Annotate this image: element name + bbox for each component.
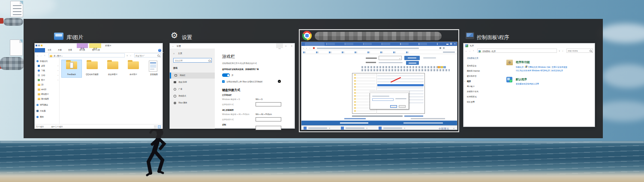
toolbar-color-chip[interactable] — [441, 66, 443, 68]
browser-tabs-row[interactable] — [326, 43, 438, 45]
sidebar-home[interactable]: 主页 — [178, 52, 182, 55]
sidebar-item-game-bar[interactable]: 游戏栏 — [170, 73, 215, 79]
back-icon[interactable]: ← — [465, 49, 467, 52]
nav-this-pc[interactable]: 此电脑 — [35, 109, 60, 114]
shortcut-input[interactable] — [256, 102, 281, 106]
sidebar-item-ease-of-access[interactable]: 轻松使用 — [467, 101, 475, 103]
sidebar-item-xbox-networking[interactable]: Xbox 网络 — [170, 100, 215, 106]
windows-features-link[interactable]: 启用或关闭 Windows 功能 — [528, 66, 550, 68]
default-media-settings-link[interactable]: 更改媒体或设备的默认设置 — [516, 83, 539, 85]
back-icon[interactable]: ‹ — [303, 47, 304, 49]
folder-label[interactable]: 本机照片 — [123, 73, 144, 76]
toolbar-color-chip[interactable] — [438, 66, 440, 68]
chrome-thumbnail[interactable]: × ‹ › ○ ∨ — [301, 42, 457, 130]
forward-icon[interactable]: → — [40, 54, 42, 57]
control-panel-thumbnail[interactable]: 程序 ← → ↑ 控制面板 › 程序 ∨ ○ 搜索控制面板 控制面板主页 系统和… — [463, 43, 595, 127]
up-icon[interactable]: ↑ — [473, 49, 474, 52]
up-icon[interactable]: ↑ — [44, 54, 45, 57]
chevron-down-icon[interactable]: ∨ — [329, 127, 330, 129]
maximize-icon[interactable] — [450, 43, 452, 45]
details-view-icon[interactable] — [154, 125, 157, 128]
back-icon[interactable]: ← — [36, 54, 39, 57]
nav-folder[interactable]: win10 — [35, 88, 60, 92]
picture-tools-manage-tab[interactable]: 管理 — [89, 43, 101, 48]
close-button[interactable]: × — [291, 45, 292, 47]
installed-updates-link[interactable]: 查看已安装的更新 — [552, 66, 567, 68]
refresh-icon[interactable]: ○ — [562, 50, 563, 52]
picture-tools-tab[interactable]: 图片工具 — [92, 49, 100, 51]
bookmark-items-skeleton[interactable] — [303, 52, 415, 53]
close-icon[interactable]: × — [454, 42, 456, 46]
folder-icon[interactable] — [107, 61, 118, 69]
library-tools-manage-tab[interactable]: 管理 — [77, 43, 88, 48]
refresh-icon[interactable]: ○ — [130, 55, 131, 57]
sidebar-item-hardware-sound[interactable]: 硬件和声音 — [467, 75, 477, 77]
sidebar-item-game-dvr[interactable]: 游戏 DVR — [170, 79, 215, 85]
sidebar-item-appearance[interactable]: 外观和个性化 — [467, 91, 478, 93]
nav-folder[interactable]: 19 — [35, 83, 60, 88]
settings-search-input[interactable]: 查找设置 — [173, 58, 212, 63]
sidebar-item-home[interactable]: 控制面板主页 — [467, 57, 478, 59]
desktop-icon-partial[interactable] — [0, 18, 3, 24]
other-bookmarks-skeleton[interactable] — [443, 52, 455, 53]
explorer-thumbnail[interactable]: 管理 管理 库\图片 文件 主页 共享 查看 库工具 图片工具 ? ← → ↑ … — [34, 43, 163, 129]
forward-icon[interactable]: › — [306, 47, 307, 49]
thumbnail-view-icon[interactable] — [158, 125, 161, 128]
blank-document-icon[interactable] — [10, 39, 23, 56]
show-all-downloads-link[interactable]: 全部显示 — [439, 127, 449, 130]
share-tab[interactable]: 共享 — [58, 49, 62, 51]
download-filename-skeleton[interactable] — [383, 127, 402, 129]
folder-label[interactable]: QQ浏览器截图 — [82, 73, 102, 76]
shortcut-input[interactable] — [256, 126, 281, 130]
run-older-programs-link[interactable]: 运行为以前版本的 Windows 编写的程序 — [516, 70, 550, 72]
sidebar-item-programs[interactable]: 程序 — [467, 80, 471, 82]
chrome-tab-strip[interactable]: × — [301, 42, 457, 46]
dropdown-icon[interactable]: ∨ — [559, 50, 560, 52]
nav-folder[interactable]: 壁纸图片 — [35, 93, 60, 97]
editor-toolbar-row[interactable] — [361, 66, 445, 68]
nav-downloads[interactable]: 下载• — [35, 69, 60, 73]
editor-toolbar-row[interactable] — [361, 69, 450, 71]
nav-wps-cloud[interactable]: WPS网盘 — [35, 103, 60, 108]
screenshot-file-icon[interactable] — [149, 61, 157, 72]
minimize-icon[interactable] — [446, 44, 448, 45]
folder-icon[interactable] — [128, 61, 139, 69]
address-bar[interactable]: 控制面板 › 程序 — [477, 49, 557, 53]
page-link-skeleton[interactable] — [344, 118, 366, 119]
forward-icon[interactable]: → — [469, 49, 471, 52]
download-filename-skeleton[interactable] — [346, 127, 364, 129]
quick-access-icon[interactable] — [36, 45, 37, 46]
sidebar-item-clock-region[interactable]: 时钟和区域 — [467, 96, 477, 98]
nav-folder[interactable]: 微信截图 — [35, 97, 60, 102]
library-tools-tab[interactable]: 库工具 — [79, 49, 85, 51]
toolbar-color-chip[interactable] — [444, 66, 446, 68]
file-tab[interactable]: 文件 — [35, 48, 45, 52]
maximize-button[interactable]: □ — [285, 45, 286, 47]
view-tab[interactable]: 查看 — [68, 49, 72, 51]
download-filename-skeleton[interactable] — [308, 127, 327, 129]
close-icon[interactable]: × — [453, 127, 454, 130]
primary-button[interactable] — [404, 56, 420, 60]
text-document-icon[interactable] — [10, 1, 23, 17]
back-icon[interactable]: ← — [172, 45, 174, 47]
home-tab[interactable]: 主页 — [48, 49, 51, 51]
game-bar-toggle[interactable] — [222, 73, 230, 77]
search-input[interactable]: 搜索"图片" — [134, 53, 161, 58]
sidebar-item-user-accounts[interactable]: 用户帐户 — [467, 85, 475, 88]
nav-quick-access[interactable]: 快速访问 — [35, 60, 60, 64]
menu-icon[interactable] — [443, 47, 445, 49]
sidebar-item-game-mode[interactable]: 游戏模式 — [170, 93, 215, 99]
folder-label[interactable]: 保存的图片 — [102, 73, 123, 76]
browser-tab[interactable] — [305, 42, 325, 46]
help-icon[interactable]: ? — [158, 49, 161, 52]
nav-network[interactable]: 网络 — [35, 115, 60, 120]
nav-pictures[interactable]: 图片• — [35, 79, 60, 83]
folder-icon[interactable] — [66, 61, 77, 69]
uninstall-program-link[interactable]: 卸载程序 — [516, 66, 524, 68]
chevron-down-icon[interactable]: ∨ — [366, 127, 367, 129]
category-select[interactable]: ∨ — [379, 56, 402, 60]
extension-icon[interactable] — [439, 47, 441, 49]
sidebar-item-broadcasting[interactable]: 广播 — [170, 86, 215, 92]
url-text-skeleton[interactable] — [317, 48, 419, 49]
chevron-down-icon[interactable]: ∨ — [404, 127, 405, 129]
